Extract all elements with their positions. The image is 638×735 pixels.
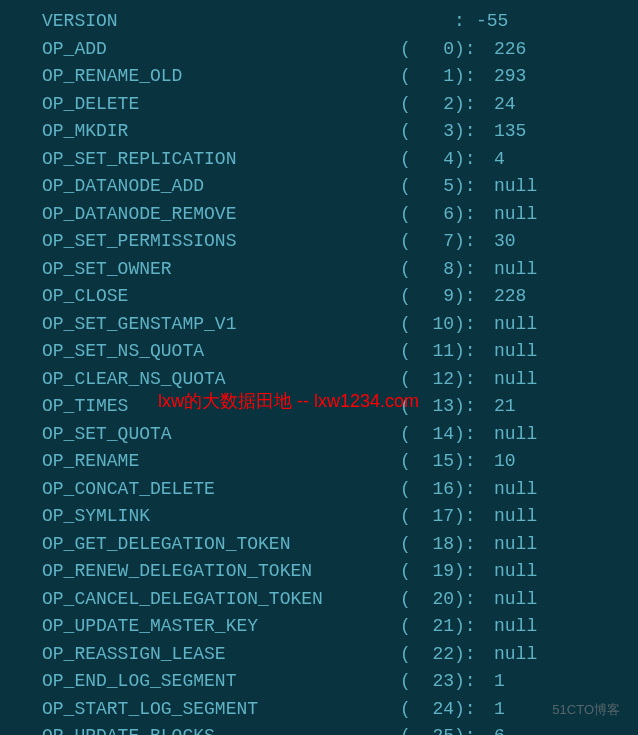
op-label: OP_TIMES <box>0 393 400 421</box>
op-label: OP_SET_REPLICATION <box>0 146 400 174</box>
paren-open: ( <box>400 311 412 339</box>
paren-close: ): <box>454 366 494 394</box>
op-index: 12 <box>412 366 454 394</box>
op-row: OP_SET_REPLICATION(4): 4 <box>0 146 638 174</box>
op-row: OP_TIMES(13): 21 <box>0 393 638 421</box>
paren-open: ( <box>400 118 412 146</box>
op-label: OP_CLOSE <box>0 283 400 311</box>
op-row: OP_SET_QUOTA(14): null <box>0 421 638 449</box>
op-row: OP_SET_GENSTAMP_V1(10): null <box>0 311 638 339</box>
op-value: 4 <box>494 146 638 174</box>
op-index: 24 <box>412 696 454 724</box>
op-index: 9 <box>412 283 454 311</box>
op-value: null <box>494 366 638 394</box>
op-label: OP_DELETE <box>0 91 400 119</box>
paren-close: ): <box>454 256 494 284</box>
op-row: OP_DATANODE_REMOVE(6): null <box>0 201 638 229</box>
op-value: null <box>494 476 638 504</box>
paren-close: ): <box>454 448 494 476</box>
version-label: VERSION <box>0 8 454 36</box>
op-index: 1 <box>412 63 454 91</box>
paren-open: ( <box>400 531 412 559</box>
paren-close: ): <box>454 91 494 119</box>
paren-close: ): <box>454 503 494 531</box>
op-label: OP_SET_OWNER <box>0 256 400 284</box>
paren-close: ): <box>454 668 494 696</box>
op-index: 20 <box>412 586 454 614</box>
paren-close: ): <box>454 393 494 421</box>
op-index: 6 <box>412 201 454 229</box>
op-row: OP_START_LOG_SEGMENT(24): 1 <box>0 696 638 724</box>
op-row: OP_RENAME(15): 10 <box>0 448 638 476</box>
op-label: OP_REASSIGN_LEASE <box>0 641 400 669</box>
op-row: OP_SET_NS_QUOTA(11): null <box>0 338 638 366</box>
op-value: 24 <box>494 91 638 119</box>
op-label: OP_UPDATE_MASTER_KEY <box>0 613 400 641</box>
op-value: null <box>494 311 638 339</box>
op-row: OP_END_LOG_SEGMENT(23): 1 <box>0 668 638 696</box>
op-row: OP_SET_PERMISSIONS(7): 30 <box>0 228 638 256</box>
op-value: 30 <box>494 228 638 256</box>
paren-open: ( <box>400 696 412 724</box>
op-index: 22 <box>412 641 454 669</box>
paren-close: ): <box>454 338 494 366</box>
op-value: null <box>494 558 638 586</box>
paren-close: ): <box>454 531 494 559</box>
terminal-output: VERSION : -55 OP_ADD(0): 226OP_RENAME_OL… <box>0 8 638 735</box>
op-label: OP_CONCAT_DELETE <box>0 476 400 504</box>
paren-open: ( <box>400 558 412 586</box>
paren-open: ( <box>400 63 412 91</box>
paren-close: ): <box>454 146 494 174</box>
paren-close: ): <box>454 476 494 504</box>
op-index: 13 <box>412 393 454 421</box>
op-value: null <box>494 503 638 531</box>
paren-open: ( <box>400 228 412 256</box>
paren-close: ): <box>454 558 494 586</box>
ops-list: OP_ADD(0): 226OP_RENAME_OLD(1): 293OP_DE… <box>0 36 638 736</box>
op-row: OP_RENEW_DELEGATION_TOKEN(19): null <box>0 558 638 586</box>
op-value: null <box>494 338 638 366</box>
op-label: OP_UPDATE_BLOCKS <box>0 723 400 735</box>
op-index: 18 <box>412 531 454 559</box>
op-value: null <box>494 421 638 449</box>
paren-open: ( <box>400 641 412 669</box>
op-row: OP_RENAME_OLD(1): 293 <box>0 63 638 91</box>
op-index: 16 <box>412 476 454 504</box>
op-row: OP_MKDIR(3): 135 <box>0 118 638 146</box>
op-row: OP_DATANODE_ADD(5): null <box>0 173 638 201</box>
op-label: OP_RENAME <box>0 448 400 476</box>
op-index: 7 <box>412 228 454 256</box>
op-row: OP_GET_DELEGATION_TOKEN(18): null <box>0 531 638 559</box>
op-index: 25 <box>412 723 454 735</box>
op-row: OP_UPDATE_MASTER_KEY(21): null <box>0 613 638 641</box>
op-value: 135 <box>494 118 638 146</box>
op-row: OP_CLOSE(9): 228 <box>0 283 638 311</box>
op-index: 0 <box>412 36 454 64</box>
op-label: OP_DATANODE_REMOVE <box>0 201 400 229</box>
paren-close: ): <box>454 283 494 311</box>
op-value: null <box>494 613 638 641</box>
paren-open: ( <box>400 91 412 119</box>
op-index: 15 <box>412 448 454 476</box>
paren-open: ( <box>400 421 412 449</box>
paren-close: ): <box>454 641 494 669</box>
paren-open: ( <box>400 201 412 229</box>
paren-open: ( <box>400 256 412 284</box>
op-value: null <box>494 586 638 614</box>
op-value: 228 <box>494 283 638 311</box>
op-index: 14 <box>412 421 454 449</box>
op-row: OP_DELETE(2): 24 <box>0 91 638 119</box>
paren-open: ( <box>400 146 412 174</box>
op-index: 17 <box>412 503 454 531</box>
op-label: OP_RENEW_DELEGATION_TOKEN <box>0 558 400 586</box>
paren-close: ): <box>454 421 494 449</box>
op-label: OP_ADD <box>0 36 400 64</box>
op-value: 293 <box>494 63 638 91</box>
op-label: OP_SET_NS_QUOTA <box>0 338 400 366</box>
op-value: null <box>494 641 638 669</box>
paren-close: ): <box>454 63 494 91</box>
paren-close: ): <box>454 586 494 614</box>
op-index: 8 <box>412 256 454 284</box>
op-index: 21 <box>412 613 454 641</box>
paren-open: ( <box>400 586 412 614</box>
